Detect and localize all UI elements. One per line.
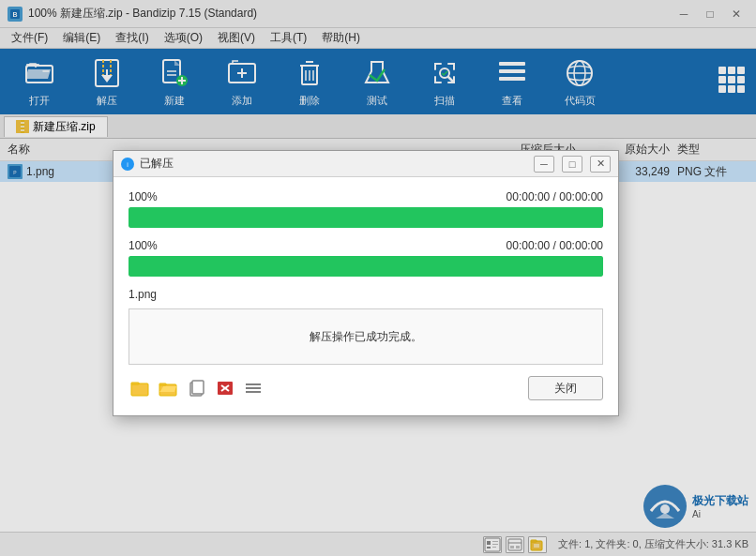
- progress2-percent: 100%: [129, 239, 158, 252]
- progress2-time: 00:00:00 / 00:00:00: [507, 239, 603, 252]
- dialog-title-icon: i: [121, 158, 134, 171]
- footer-icons: [129, 378, 265, 398]
- footer-menu-icon[interactable]: [241, 378, 265, 398]
- footer-folder-open-icon[interactable]: [157, 378, 181, 398]
- svg-rect-57: [192, 381, 204, 394]
- svg-rect-53: [131, 383, 139, 384]
- extract-dialog: i 已解压 ─ □ ✕ 100% 00:00:00 / 00:00:00 100…: [113, 150, 619, 416]
- svg-rect-52: [131, 383, 148, 396]
- dialog-footer: 关闭: [129, 376, 603, 404]
- progress1-row: 100% 00:00:00 / 00:00:00: [129, 190, 603, 203]
- result-box: 解压操作已成功完成。: [129, 308, 603, 365]
- dialog-close-action-button[interactable]: 关闭: [528, 376, 603, 400]
- result-message: 解压操作已成功完成。: [310, 329, 422, 345]
- progress2-row: 100% 00:00:00 / 00:00:00: [129, 239, 603, 252]
- progress1-bar: [129, 207, 603, 228]
- dialog-title-bar: i 已解压 ─ □ ✕: [113, 151, 618, 177]
- svg-rect-55: [159, 383, 166, 385]
- progress1-fill: [129, 207, 603, 228]
- dialog-title-text: 已解压: [140, 156, 526, 172]
- progress1-percent: 100%: [129, 190, 158, 203]
- dialog-minimize-button[interactable]: ─: [534, 156, 554, 173]
- dialog-close-button[interactable]: ✕: [590, 156, 611, 173]
- progress1-time: 00:00:00 / 00:00:00: [507, 190, 603, 203]
- progress2-bar: [129, 256, 603, 277]
- progress2-fill: [129, 256, 603, 277]
- footer-copy-icon[interactable]: [185, 378, 209, 398]
- dialog-body: 100% 00:00:00 / 00:00:00 100% 00:00:00 /…: [113, 177, 618, 415]
- filename-label: 1.png: [129, 288, 603, 301]
- footer-folder-icon[interactable]: [129, 378, 153, 398]
- footer-delete-icon[interactable]: [213, 378, 237, 398]
- dialog-maximize-button[interactable]: □: [562, 156, 582, 173]
